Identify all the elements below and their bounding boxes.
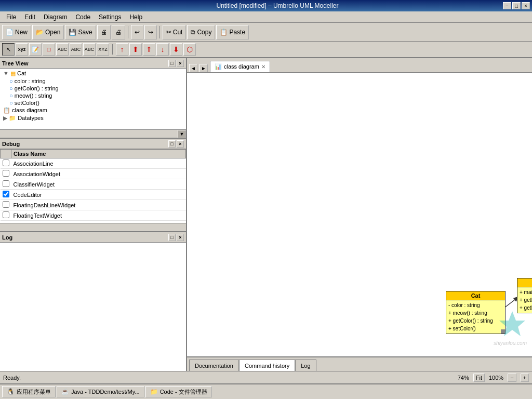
actor-tool[interactable]: ABC bbox=[56, 43, 69, 56]
print-button[interactable]: 🖨 bbox=[97, 25, 111, 39]
select-tool[interactable]: ↖ bbox=[2, 43, 15, 56]
tree-item-cat[interactable]: ▼ ▦ Cat bbox=[1, 70, 185, 77]
taskbar-appmenu[interactable]: 🐧 应用程序菜单 bbox=[2, 386, 56, 397]
expand-icon: ▶ bbox=[3, 115, 7, 121]
zoom-pct: 100% bbox=[489, 375, 503, 381]
debug-checkbox-cell[interactable] bbox=[1, 200, 11, 210]
note-tool[interactable]: 📝 bbox=[29, 43, 42, 56]
java-icon: ☕ bbox=[61, 388, 69, 395]
copy-icon: ⧉ bbox=[191, 29, 195, 36]
undo-button[interactable]: ↩ bbox=[131, 25, 143, 39]
main-toolbar: 📄 New 📂 Open 💾 Save 🖨 🖨 ↩ ↪ ✂ Cut ⧉ Copy… bbox=[0, 23, 532, 42]
fit-button[interactable]: Fit bbox=[473, 374, 485, 382]
menu-edit[interactable]: Edit bbox=[20, 12, 39, 22]
redo-icon: ↪ bbox=[148, 29, 153, 36]
class-label-tool[interactable]: ABC bbox=[83, 43, 96, 56]
menu-settings[interactable]: Settings bbox=[95, 12, 125, 22]
tree-item-getcolor[interactable]: ○ getColor() : string bbox=[1, 85, 185, 92]
debug-checkbox-cell[interactable] bbox=[1, 190, 11, 200]
redo-button[interactable]: ↪ bbox=[144, 25, 157, 39]
tree-item-datatypes[interactable]: ▶ 📁 Datatypes bbox=[1, 114, 185, 122]
arrow-down2-tool[interactable]: ⬇ bbox=[170, 43, 182, 56]
menu-code[interactable]: Code bbox=[71, 12, 95, 22]
java-label: Java - TDDDemo/test/My... bbox=[71, 389, 140, 395]
debug-class-name: ClassifierWidget bbox=[11, 179, 186, 190]
tab-documentation[interactable]: Documentation bbox=[189, 360, 239, 371]
copy-button[interactable]: ⧉ Copy bbox=[187, 25, 215, 39]
arrow-up2-tool[interactable]: ⬆ bbox=[129, 43, 142, 56]
debug-checkbox[interactable] bbox=[3, 211, 9, 218]
tree-item-setcolor[interactable]: ○ setColor() bbox=[1, 99, 185, 107]
appmenu-label: 应用程序菜单 bbox=[17, 388, 51, 396]
tab-log[interactable]: Log bbox=[295, 360, 316, 371]
zoom-in-button[interactable]: + bbox=[521, 374, 529, 382]
uml-cat-resize[interactable] bbox=[501, 329, 505, 334]
tab-nav-right[interactable]: ► bbox=[200, 64, 208, 72]
arrow-down3-tool[interactable]: ⬡ bbox=[183, 43, 196, 56]
debug-checkbox[interactable] bbox=[3, 191, 9, 197]
paste-button[interactable]: 📋 Paste bbox=[216, 25, 249, 39]
log-restore-button[interactable]: □ bbox=[168, 234, 176, 241]
log-close-button[interactable]: × bbox=[177, 234, 184, 241]
tree-scrollbar[interactable]: ▼ bbox=[0, 129, 186, 138]
scroll-down-btn[interactable]: ▼ bbox=[178, 130, 186, 138]
debug-checkbox-cell[interactable] bbox=[1, 179, 11, 190]
debug-checkbox-cell[interactable] bbox=[1, 169, 11, 179]
close-button[interactable]: × bbox=[522, 2, 530, 9]
diagram-canvas[interactable]: Cat - color : string + meow() : string +… bbox=[187, 73, 532, 356]
log-content bbox=[0, 243, 186, 371]
diagram-tab-classdiagram[interactable]: 📊 class diagram ✕ bbox=[210, 61, 270, 72]
debug-checkbox[interactable] bbox=[3, 159, 9, 166]
debug-col-checkbox bbox=[1, 150, 11, 158]
debug-checkbox-cell[interactable] bbox=[1, 158, 11, 169]
menu-help[interactable]: Help bbox=[125, 12, 147, 22]
debug-checkbox[interactable] bbox=[3, 201, 9, 208]
arrow-down-tool[interactable]: ↓ bbox=[156, 43, 169, 56]
tree-item-meow[interactable]: ○ meow() : string bbox=[1, 92, 185, 99]
new-label: New bbox=[15, 29, 28, 36]
tab-nav-left[interactable]: ◄ bbox=[189, 64, 197, 72]
debug-checkbox[interactable] bbox=[3, 170, 9, 177]
text-tool[interactable]: xyz bbox=[16, 43, 28, 56]
arrow-up-tool[interactable]: ↑ bbox=[116, 43, 128, 56]
cut-button[interactable]: ✂ Cut bbox=[163, 25, 187, 39]
tree-restore-button[interactable]: □ bbox=[168, 60, 176, 67]
tree-item-diagram[interactable]: 📋 class diagram bbox=[1, 107, 185, 114]
log-header: Log □ × bbox=[0, 232, 186, 243]
uml-class-cat[interactable]: Cat - color : string + meow() : string +… bbox=[446, 291, 506, 334]
save-button[interactable]: 💾 Save bbox=[65, 25, 96, 39]
arrow-up3-tool[interactable]: ⇑ bbox=[143, 43, 155, 56]
package-tool[interactable]: XYZ bbox=[97, 43, 109, 56]
debug-checkbox[interactable] bbox=[3, 180, 9, 187]
tree-item-color[interactable]: ○ color : string bbox=[1, 77, 185, 85]
interface-tool[interactable]: ABC bbox=[70, 43, 82, 56]
maximize-button[interactable]: □ bbox=[512, 2, 521, 9]
debug-scrollbar[interactable] bbox=[0, 223, 186, 231]
debug-close-button[interactable]: × bbox=[177, 140, 184, 148]
menu-diagram[interactable]: Diagram bbox=[39, 12, 71, 22]
open-icon: 📂 bbox=[36, 29, 44, 36]
folder-icon: ▦ bbox=[10, 70, 16, 76]
tab-close-button[interactable]: ✕ bbox=[261, 64, 265, 70]
open-button[interactable]: 📂 Open bbox=[32, 25, 64, 39]
attr-icon: ○ bbox=[9, 78, 13, 84]
print2-button[interactable]: 🖨 bbox=[112, 25, 125, 39]
uml-class-animaltest[interactable]: AnimalTest + main(String[] args)() + get… bbox=[517, 278, 532, 313]
taskbar-code[interactable]: 📁 Code - 文件管理器 bbox=[145, 386, 212, 397]
taskbar-java[interactable]: ☕ Java - TDDDemo/test/My... bbox=[57, 386, 144, 397]
zoom-out-button[interactable]: − bbox=[508, 374, 516, 382]
box-tool[interactable]: □ bbox=[43, 43, 55, 56]
debug-checkbox-cell[interactable] bbox=[1, 210, 11, 221]
debug-restore-button[interactable]: □ bbox=[168, 140, 176, 148]
method-icon: ○ bbox=[9, 85, 13, 91]
zoom-level: 74% bbox=[458, 375, 469, 381]
canvas-area: ◄ ► 📊 class diagram ✕ bbox=[187, 58, 532, 371]
menu-file[interactable]: File bbox=[2, 12, 20, 22]
minimize-button[interactable]: − bbox=[503, 2, 511, 9]
toolbar-sep1 bbox=[128, 26, 128, 38]
tab-command-history[interactable]: Command history bbox=[239, 360, 295, 371]
tree-content: ▼ ▦ Cat ○ color : string ○ getColor() : … bbox=[0, 69, 186, 129]
taskbar: 🐧 应用程序菜单 ☕ Java - TDDDemo/test/My... 📁 C… bbox=[0, 383, 532, 399]
tree-close-button[interactable]: × bbox=[177, 60, 184, 67]
new-button[interactable]: 📄 New bbox=[2, 25, 31, 39]
